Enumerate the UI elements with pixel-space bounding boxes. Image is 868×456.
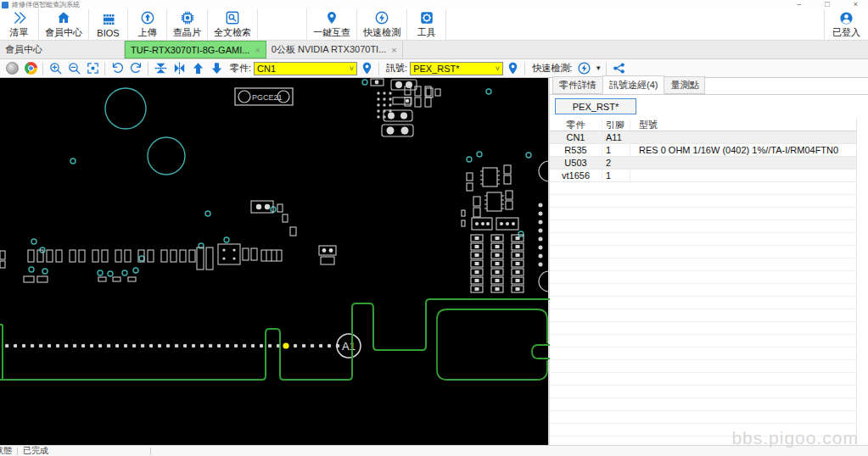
toolbar-button-list[interactable]: 清單: [0, 9, 39, 40]
pcb-canvas[interactable]: PGCE21: [0, 78, 550, 445]
table-row-empty: [550, 208, 856, 220]
signal-locate-button[interactable]: [503, 60, 522, 77]
table-row-empty: [550, 398, 856, 411]
toolbar-button-upload[interactable]: 上傳: [128, 9, 167, 40]
part-combobox-value: CN1: [257, 64, 346, 74]
toolbar-button-label: 查晶片: [173, 26, 201, 39]
table-row-empty: [550, 411, 856, 424]
table-row-empty: [550, 246, 856, 259]
table-row[interactable]: CN1 A11: [550, 131, 856, 144]
table-row[interactable]: R535 1 RES 0 OHM 1/16W (0402) 1%//TA-I/R…: [550, 144, 856, 157]
toolbar-button-label: BIOS: [97, 28, 119, 38]
close-button[interactable]: ×: [854, 1, 858, 8]
separator: [606, 62, 607, 75]
toolbar-button-label: 一鍵互查: [313, 26, 350, 39]
redo-icon: [129, 61, 143, 75]
toolbar-button-tools[interactable]: 工具: [407, 9, 446, 40]
tab-label: 零件詳情: [559, 80, 596, 90]
undo-button[interactable]: [108, 60, 126, 77]
move-up-button[interactable]: [188, 60, 207, 77]
tab-board-tuf[interactable]: TUF-RTX3070TI-8G-GAMI... ×: [125, 41, 266, 58]
chrome-icon: [25, 62, 37, 75]
toolbar-button-quick-test[interactable]: 快速檢測: [357, 9, 407, 40]
tab-close-icon[interactable]: ×: [391, 45, 396, 55]
toolbar-button-member-center[interactable]: 會員中心: [39, 9, 89, 40]
toolbar-button-label: 上傳: [138, 26, 157, 39]
part-label: 零件:: [230, 62, 251, 75]
location-pin-icon: [360, 61, 374, 75]
zoom-in-button[interactable]: [46, 60, 64, 77]
tab-label: 會員中心: [5, 43, 42, 56]
share-button[interactable]: [609, 60, 628, 77]
toolbar-button-chip-lookup[interactable]: 查晶片: [167, 9, 208, 40]
cell-model: [630, 157, 856, 169]
minimize-button[interactable]: –: [797, 1, 801, 8]
cell-part: R535: [550, 144, 602, 156]
redo-button[interactable]: [126, 60, 145, 77]
chip-icon: [101, 12, 116, 27]
tab-part-details[interactable]: 零件詳情: [552, 76, 603, 94]
quick-test-button[interactable]: [574, 60, 593, 77]
title-bar: 維修伴侶智能查詢系統 – □ ×: [0, 0, 868, 9]
cell-pin: 2: [602, 157, 630, 169]
separator: [524, 62, 525, 75]
tab-label: 訊號途經(4): [609, 80, 658, 90]
browser-button[interactable]: [21, 60, 40, 77]
table-row-empty: [550, 182, 856, 195]
chevron-down-icon: ˅: [350, 64, 354, 73]
nav-disc-button[interactable]: [3, 60, 21, 77]
separator: [148, 62, 148, 75]
lightning-icon: [374, 10, 389, 25]
table-row-empty: [550, 322, 856, 335]
tab-measure-points[interactable]: 量測點: [664, 76, 705, 94]
signal-combobox[interactable]: PEX_RST* ˅: [410, 62, 503, 75]
table-row-empty: [550, 309, 856, 322]
column-header-part: 零件: [550, 119, 602, 131]
separator: [150, 448, 151, 455]
pcb-drawing: PGCE21: [0, 78, 550, 445]
toolbar-button-fulltext-search[interactable]: 全文檢索: [208, 9, 258, 40]
maximize-button[interactable]: □: [825, 1, 829, 8]
app-icon: [2, 2, 8, 8]
part-combobox[interactable]: CN1 ˅: [254, 62, 357, 75]
login-status[interactable]: 已登入: [824, 9, 868, 40]
fit-view-button[interactable]: [83, 60, 102, 77]
detail-panel: 零件詳情 訊號途經(4) 量測點 PEX_RST* 零件 引腳 型號 CN1 A…: [550, 78, 868, 445]
toolbar-button-bios[interactable]: BIOS: [89, 9, 128, 40]
tab-label: 0公板 NVIDIA RTX3070TI...: [272, 43, 387, 56]
part-locate-button[interactable]: [357, 60, 376, 77]
tab-member-center[interactable]: 會員中心: [0, 41, 125, 58]
toolbar-button-cross-lookup[interactable]: 一鍵互查: [307, 9, 357, 40]
tab-board-nvidia[interactable]: 0公板 NVIDIA RTX3070TI... ×: [266, 41, 403, 58]
zoom-out-button[interactable]: [64, 60, 83, 77]
top-component-cluster: [371, 79, 440, 136]
toolbar-button-label: 清單: [10, 26, 29, 39]
arrow-up-icon: [191, 61, 205, 75]
table-row-empty: [550, 424, 856, 437]
cpu-icon: [180, 10, 195, 25]
signal-net-button[interactable]: PEX_RST*: [555, 98, 636, 114]
flip-vertical-button[interactable]: [151, 60, 170, 77]
signal-combobox-value: PEX_RST*: [413, 64, 492, 74]
tab-close-icon[interactable]: ×: [255, 45, 260, 55]
quick-test-label: 快速檢測:: [532, 62, 572, 75]
toolbar-button-label: 快速檢測: [363, 26, 400, 39]
chevron-down-icon: ˅: [496, 64, 500, 73]
table-row-empty: [550, 386, 856, 398]
tab-signal-path[interactable]: 訊號途經(4): [602, 75, 664, 94]
highlighted-pad[interactable]: [283, 342, 288, 348]
application-window: 維修伴侶智能查詢系統 – □ × 清單 會員中心 BIOS 上傳: [0, 0, 868, 456]
table-row-empty: [550, 437, 856, 445]
flip-horizontal-button[interactable]: [170, 60, 188, 77]
table-row[interactable]: vt1656 1: [550, 170, 856, 182]
quick-test-dropdown-arrow[interactable]: ▼: [595, 64, 602, 72]
table-row-empty: [550, 271, 856, 284]
move-down-button[interactable]: [207, 60, 226, 77]
svg-text:PGCE21: PGCE21: [252, 93, 283, 102]
connector-outline-trace: [0, 299, 550, 380]
table-row[interactable]: U503 2: [550, 157, 856, 170]
undo-icon: [110, 61, 125, 75]
signal-table-empty: [550, 182, 856, 445]
cell-model: [630, 170, 856, 181]
table-row-empty: [550, 373, 856, 386]
